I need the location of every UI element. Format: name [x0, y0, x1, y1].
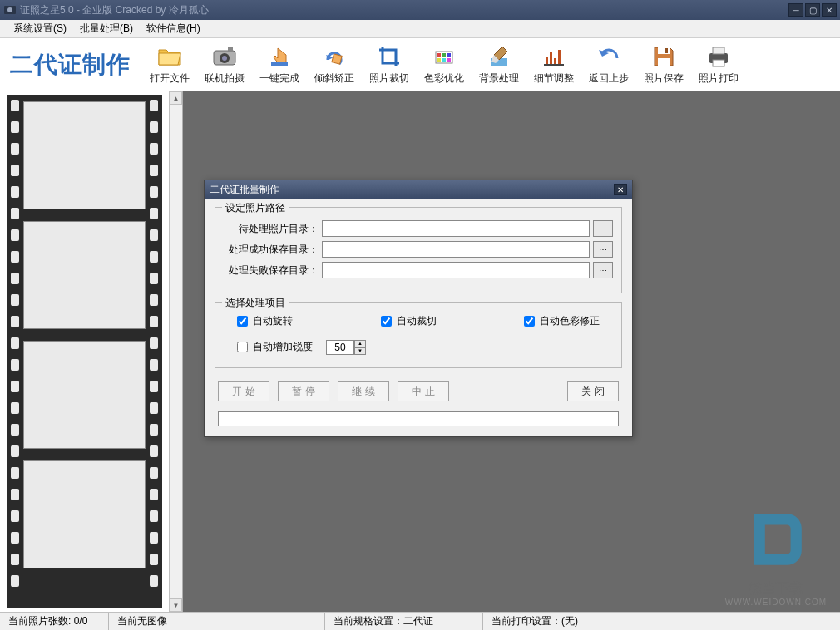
svg-rect-24	[713, 47, 724, 54]
paths-fieldset: 设定照片路径 待处理照片目录： ⋯ 处理成功保存目录： ⋯ 处理失败保存目录： …	[215, 207, 622, 293]
minimize-button[interactable]: ─	[788, 3, 803, 17]
film-frame[interactable]	[23, 460, 146, 568]
background-button[interactable]: 背景处理	[473, 41, 525, 89]
printer-icon	[705, 43, 732, 70]
auto-crop-checkbox[interactable]: 自动裁切	[376, 313, 442, 330]
svg-rect-5	[228, 47, 233, 52]
pending-dir-browse-button[interactable]: ⋯	[593, 220, 613, 237]
svg-point-1	[7, 7, 12, 12]
app-icon	[3, 3, 17, 17]
color-optimize-button[interactable]: 色彩优化	[418, 41, 470, 89]
crop-icon	[376, 43, 403, 70]
save-icon	[650, 43, 677, 70]
options-legend: 选择处理项目	[222, 296, 289, 310]
photo-print-button[interactable]: 照片打印	[693, 41, 744, 89]
failed-dir-browse-button[interactable]: ⋯	[593, 262, 613, 278]
undo-button[interactable]: 返回上步	[583, 41, 635, 89]
detail-adjust-button[interactable]: 细节调整	[528, 41, 580, 89]
statusbar: 当前照片张数: 0/0 当前无图像 当前规格设置：二代证 当前打印设置：(无)	[0, 612, 840, 630]
svg-rect-19	[558, 50, 561, 65]
svg-rect-17	[550, 52, 552, 65]
hand-click-icon	[266, 43, 293, 70]
failed-dir-input[interactable]	[322, 262, 590, 278]
svg-rect-12	[437, 58, 441, 62]
success-dir-input[interactable]	[322, 241, 590, 258]
pause-button[interactable]: 暂 停	[278, 381, 329, 401]
palette-icon	[431, 43, 457, 70]
success-dir-browse-button[interactable]: ⋯	[593, 241, 613, 258]
folder-open-icon	[156, 43, 183, 70]
detail-adjust-label: 细节调整	[534, 71, 574, 86]
auto-rotate-checkbox[interactable]: 自动旋转	[232, 313, 298, 330]
one-click-label: 一键完成	[259, 71, 299, 86]
dialog-title: 二代证批量制作	[210, 183, 279, 197]
batch-dialog: 二代证批量制作 ✕ 设定照片路径 待处理照片目录： ⋯ 处理成功保存目录： ⋯ …	[204, 180, 633, 437]
photo-crop-label: 照片裁切	[369, 71, 409, 86]
sharpen-down-button[interactable]: ▼	[354, 347, 366, 355]
svg-rect-25	[713, 60, 724, 66]
filmstrip-panel: ▲ ▼	[0, 91, 183, 612]
progress-bar	[218, 411, 619, 426]
maximize-button[interactable]: ▢	[805, 3, 820, 17]
dialog-actions: 开 始 暂 停 继 续 中 止 关 闭	[215, 377, 622, 411]
one-click-button[interactable]: 一键完成	[254, 41, 305, 89]
app-logo-text: 二代证制作	[10, 49, 131, 81]
photo-print-label: 照片打印	[699, 71, 739, 86]
film-frame[interactable]	[23, 221, 146, 329]
camera-capture-label: 联机拍摄	[205, 71, 245, 86]
scroll-down-button[interactable]: ▼	[170, 598, 182, 612]
menu-system-settings[interactable]: 系统设置(S)	[7, 20, 73, 37]
photo-save-label: 照片保存	[644, 71, 684, 86]
status-print: 当前打印设置：(无)	[482, 613, 840, 630]
svg-rect-9	[437, 53, 441, 57]
background-label: 背景处理	[479, 71, 519, 86]
photo-save-button[interactable]: 照片保存	[638, 41, 689, 89]
window-controls: ─ ▢ ✕	[788, 3, 837, 17]
success-dir-label: 处理成功保存目录：	[224, 243, 322, 257]
tilt-correct-button[interactable]: 倾斜矫正	[309, 41, 360, 89]
dialog-titlebar[interactable]: 二代证批量制作 ✕	[205, 180, 632, 199]
start-button[interactable]: 开 始	[218, 381, 269, 401]
auto-color-checkbox[interactable]: 自动色彩修正	[519, 313, 605, 330]
failed-dir-label: 处理失败保存目录：	[224, 263, 322, 278]
film-frame[interactable]	[23, 341, 146, 449]
paths-legend: 设定照片路径	[222, 201, 289, 215]
status-spec: 当前规格设置：二代证	[324, 613, 482, 630]
scroll-up-button[interactable]: ▲	[170, 91, 182, 105]
menu-batch-process[interactable]: 批量处理(B)	[73, 20, 140, 37]
equalizer-icon	[541, 43, 567, 70]
dialog-close-button[interactable]: ✕	[614, 184, 627, 195]
open-file-label: 打开文件	[150, 71, 190, 86]
svg-rect-11	[447, 53, 451, 57]
window-titlebar: 证照之星5.0 - 企业版 Cracked by 冷月孤心 ─ ▢ ✕	[0, 0, 840, 20]
window-title: 证照之星5.0 - 企业版 Cracked by 冷月孤心	[20, 3, 788, 17]
close-dialog-button[interactable]: 关 闭	[567, 381, 619, 401]
open-file-button[interactable]: 打开文件	[144, 41, 195, 89]
sharpen-value-spinner[interactable]: ▲▼	[326, 340, 366, 355]
camera-capture-button[interactable]: 联机拍摄	[199, 41, 250, 89]
sharpen-up-button[interactable]: ▲	[354, 340, 366, 347]
close-button[interactable]: ✕	[822, 3, 837, 17]
stop-button[interactable]: 中 止	[398, 381, 449, 401]
svg-rect-7	[332, 54, 342, 64]
toolbar: 二代证制作 打开文件 联机拍摄 一键完成 倾斜矫正 照片裁切 色彩优化 背景处理…	[0, 38, 840, 91]
photo-crop-button[interactable]: 照片裁切	[363, 41, 415, 89]
svg-rect-13	[442, 58, 446, 62]
undo-label: 返回上步	[589, 71, 629, 86]
status-photo-count: 当前照片张数: 0/0	[0, 613, 108, 630]
continue-button[interactable]: 继 续	[338, 381, 389, 401]
tilt-correct-label: 倾斜矫正	[314, 71, 354, 86]
svg-rect-14	[447, 58, 451, 62]
film-frame[interactable]	[23, 101, 146, 209]
svg-rect-10	[442, 53, 446, 57]
undo-icon	[595, 43, 622, 70]
filmstrip-scrollbar[interactable]: ▲ ▼	[169, 91, 182, 612]
menu-software-info[interactable]: 软件信息(H)	[140, 20, 207, 37]
menubar: 系统设置(S) 批量处理(B) 软件信息(H)	[0, 20, 840, 38]
sharpen-value-input[interactable]	[326, 340, 354, 355]
brush-icon	[486, 43, 512, 70]
color-optimize-label: 色彩优化	[424, 71, 464, 86]
auto-sharpen-checkbox[interactable]: 自动增加锐度	[232, 338, 318, 356]
pending-dir-input[interactable]	[322, 220, 590, 237]
camera-icon	[211, 43, 238, 70]
